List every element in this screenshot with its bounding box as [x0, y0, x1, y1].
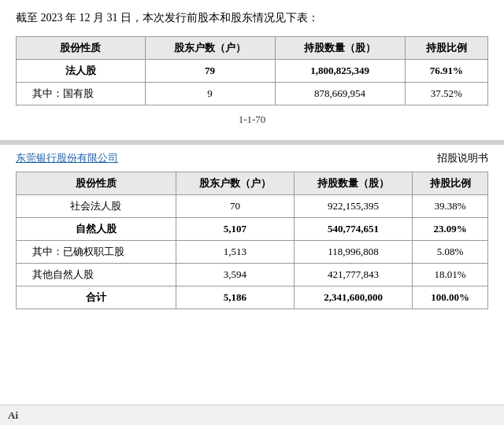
table-row: 法人股 — [17, 60, 146, 83]
doc-type: 招股说明书 — [437, 151, 488, 165]
col-header-ratio: 持股比例 — [405, 37, 487, 60]
bottom-col-header-type: 股份性质 — [17, 172, 176, 195]
table-row: 其他自然人股 — [17, 264, 176, 286]
top-section: 截至 2023 年 12 月 31 日，本次发行前股本和股东情况见下表： 股份性… — [0, 0, 504, 140]
bottom-section: 东莞银行股份有限公司 招股说明书 股份性质 股东户数（户） 持股数量（股） 持股… — [0, 145, 504, 316]
ai-label: Ai — [8, 409, 18, 422]
table-row: 自然人股 — [17, 218, 176, 241]
table-row: 社会法人股 — [17, 195, 176, 218]
table-row: 其中：国有股 — [17, 83, 146, 105]
bottom-col-header-shares: 持股数量（股） — [295, 172, 413, 195]
top-table: 股份性质 股东户数（户） 持股数量（股） 持股比例 法人股791,800,825… — [16, 36, 488, 105]
col-header-shares: 持股数量（股） — [275, 37, 405, 60]
ai-bar: Ai — [0, 405, 504, 425]
col-header-type: 股份性质 — [17, 37, 146, 60]
bottom-table: 股份性质 股东户数（户） 持股数量（股） 持股比例 社会法人股70922,155… — [16, 172, 488, 309]
company-header: 东莞银行股份有限公司 招股说明书 — [16, 151, 488, 165]
col-header-holders: 股东户数（户） — [145, 37, 275, 60]
intro-text: 截至 2023 年 12 月 31 日，本次发行前股本和股东情况见下表： — [16, 9, 488, 27]
table-row: 合计 — [17, 286, 176, 309]
table-row: 其中：已确权职工股 — [17, 241, 176, 264]
company-name[interactable]: 东莞银行股份有限公司 — [16, 151, 118, 165]
page-number: 1-1-70 — [16, 113, 488, 126]
bottom-col-header-ratio: 持股比例 — [413, 172, 488, 195]
bottom-col-header-holders: 股东户数（户） — [176, 172, 294, 195]
